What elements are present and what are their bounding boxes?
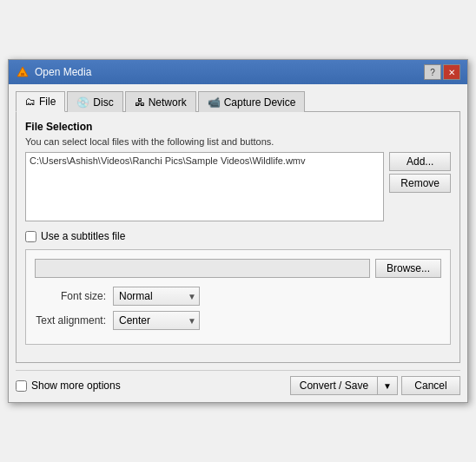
tab-network[interactable]: 🖧 Network: [125, 91, 196, 112]
subtitle-file-input[interactable]: [35, 259, 370, 278]
title-buttons: ? ✕: [424, 64, 460, 80]
text-align-select-wrap: Center Left Right ▼: [113, 311, 200, 330]
subtitle-browse-row: Browse...: [35, 259, 441, 278]
tab-capture[interactable]: 📹 Capture Device: [198, 91, 306, 112]
file-list-box[interactable]: C:\Users\Ashish\Videos\Ranchi Pics\Sampl…: [25, 152, 384, 221]
convert-save-button[interactable]: Convert / Save: [290, 376, 377, 395]
cancel-button[interactable]: Cancel: [401, 376, 460, 395]
browse-button[interactable]: Browse...: [375, 259, 441, 278]
text-align-select[interactable]: Center Left Right: [113, 311, 200, 330]
tab-file[interactable]: 🗂 File: [16, 91, 65, 112]
dialog-body: 🗂 File 💿 Disc 🖧 Network 📹 Capture Device…: [9, 84, 467, 402]
vlc-icon: [16, 65, 30, 79]
close-button[interactable]: ✕: [443, 64, 460, 80]
file-tab-icon: 🗂: [25, 96, 36, 108]
show-more-row: Show more options: [16, 380, 121, 392]
font-size-select-wrap: Normal Small Large Larger ▼: [113, 287, 200, 306]
font-size-row: Font size: Normal Small Large Larger ▼: [35, 287, 441, 306]
title-bar: Open Media ? ✕: [9, 60, 467, 84]
show-more-label: Show more options: [31, 380, 121, 392]
subtitle-checkbox-label: Use a subtitles file: [41, 230, 125, 242]
file-path-entry: C:\Users\Ashish\Videos\Ranchi Pics\Sampl…: [30, 155, 380, 166]
font-size-label: Font size:: [35, 290, 113, 302]
svg-rect-1: [21, 73, 24, 76]
subtitle-checkbox-row: Use a subtitles file: [25, 230, 451, 242]
tab-network-label: Network: [149, 96, 187, 109]
convert-save-dropdown-arrow[interactable]: ▼: [377, 376, 398, 395]
file-selection-heading: File Selection: [25, 121, 451, 133]
tab-bar: 🗂 File 💿 Disc 🖧 Network 📹 Capture Device: [16, 91, 460, 112]
tab-content-file: File Selection You can select local file…: [16, 112, 460, 363]
subtitle-panel: Browse... Font size: Normal Small Large …: [25, 249, 451, 345]
text-align-label: Text alignment:: [35, 314, 113, 327]
remove-button[interactable]: Remove: [389, 174, 451, 193]
convert-save-split-button: Convert / Save ▼: [290, 376, 398, 395]
text-align-row: Text alignment: Center Left Right ▼: [35, 311, 441, 330]
file-selection-row: C:\Users\Ashish\Videos\Ranchi Pics\Sampl…: [25, 152, 451, 221]
disc-tab-icon: 💿: [76, 96, 89, 109]
tab-disc[interactable]: 💿 Disc: [67, 91, 122, 112]
title-bar-left: Open Media: [16, 65, 91, 79]
font-size-select[interactable]: Normal Small Large Larger: [113, 287, 200, 306]
file-buttons: Add... Remove: [389, 152, 451, 193]
bottom-area: Show more options Convert / Save ▼ Cance…: [16, 370, 460, 395]
tab-disc-label: Disc: [93, 96, 113, 109]
tab-capture-label: Capture Device: [224, 96, 296, 109]
capture-tab-icon: 📹: [208, 96, 221, 109]
network-tab-icon: 🖧: [135, 96, 145, 109]
bottom-buttons: Convert / Save ▼ Cancel: [290, 376, 460, 395]
tab-file-label: File: [39, 96, 56, 108]
open-media-dialog: Open Media ? ✕ 🗂 File 💿 Disc 🖧 Network 📹: [8, 59, 468, 403]
show-more-checkbox[interactable]: [16, 380, 27, 392]
help-button[interactable]: ?: [424, 64, 441, 80]
add-button[interactable]: Add...: [389, 152, 451, 171]
dialog-title: Open Media: [35, 66, 91, 78]
subtitle-checkbox[interactable]: [25, 231, 36, 242]
file-selection-description: You can select local files with the foll…: [25, 136, 451, 147]
